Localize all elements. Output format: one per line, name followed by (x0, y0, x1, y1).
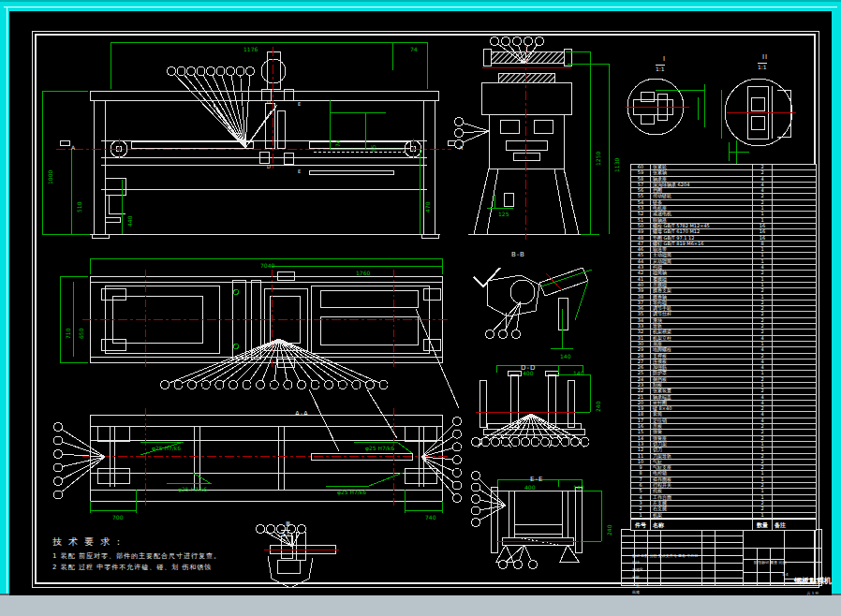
parts-table-cell: 侧挡板 (651, 377, 753, 382)
label-detail-3-scale: 1:1 (281, 530, 290, 537)
parts-table-cell: 2 (753, 165, 773, 169)
balloon-callout (311, 381, 319, 389)
balloon-callout (236, 67, 244, 76)
parts-table-cell: 15 (631, 430, 651, 434)
titleblock-sign-design: 设计 (632, 561, 640, 565)
parts-table-cell: 35 (631, 312, 651, 316)
balloon-callout (571, 438, 580, 447)
parts-table-cell: 4 (753, 412, 773, 417)
parts-table-cell (773, 418, 816, 423)
parts-table-cell (773, 295, 816, 300)
parts-table-cell (773, 489, 816, 493)
dim-front-h2: 510 (77, 202, 82, 213)
parts-table-cell (773, 477, 816, 482)
parts-table-cell (773, 165, 816, 169)
parts-table-cell (773, 460, 816, 464)
parts-table-cell: 气缸支座 (651, 465, 753, 470)
cad-window: { "tech_requirements": { "title": "技 术 要… (0, 0, 841, 616)
balloon-callout (453, 468, 462, 477)
dim-front-width: 1176 (243, 47, 258, 52)
parts-table-cell: 2 (753, 465, 773, 470)
parts-table-cell (773, 188, 816, 193)
balloon-callout (472, 472, 480, 480)
dim-ee-w2: 140 (573, 485, 583, 491)
parts-table-cell: 套筒 (651, 412, 753, 417)
balloon-callout (453, 430, 462, 438)
balloon-callout (229, 381, 238, 389)
parts-table-cell: 26 (631, 365, 651, 370)
parts-table-cell: 2 (753, 330, 773, 334)
parts-table-cell: 2 (753, 424, 773, 429)
parts-table-cell: 37 (631, 301, 651, 305)
parts-table-cell (773, 495, 816, 500)
parts-table-cell (773, 306, 816, 311)
parts-table-cell (773, 301, 816, 305)
parts-table: 60张紧轮259张紧轴258轴承座457深沟球轴承 6204456挡圈455传动… (630, 164, 817, 531)
balloon-callout (472, 506, 480, 515)
parts-table-cell: 17 (631, 418, 651, 423)
parts-table-cell (773, 206, 816, 211)
parts-table-cell: 9 (631, 465, 651, 470)
balloon-callout (529, 561, 538, 569)
parts-table-cell: 18 (631, 412, 651, 417)
balloon-callout (492, 438, 500, 447)
dim-aa-fit2: φ25 H7/k6 (178, 487, 207, 492)
parts-table-cell: 4 (753, 418, 773, 423)
parts-table-cell: 14 (631, 436, 651, 441)
parts-table-cell: 2 (753, 354, 773, 359)
window-bottom-bar (0, 594, 841, 616)
parts-table-cell: 2 (753, 454, 773, 459)
parts-table-cell (773, 430, 816, 434)
parts-table-cell (773, 212, 816, 216)
parts-table-cell: 60 (631, 165, 651, 169)
balloon-callout (207, 67, 215, 76)
parts-table-cell: 气缸 (651, 460, 753, 464)
parts-table-cell (773, 194, 816, 198)
parts-table-cell: 操作面板 (651, 477, 753, 482)
balloon-callout (298, 525, 306, 534)
dim-front-offset: 74 (410, 47, 418, 52)
parts-table-cell: 8 (753, 242, 773, 246)
parts-table-cell: 33 (631, 324, 651, 329)
parts-table-cell: 4 (753, 177, 773, 182)
parts-table-cell: 传动链轮 (651, 194, 753, 198)
dim-plan-h2: 650 (79, 329, 84, 339)
dim-front-m2: 65 (371, 144, 376, 152)
balloon-callout (197, 67, 205, 76)
parts-table-cell: 16 (753, 236, 773, 241)
parts-table-cell: 28 (631, 354, 651, 359)
balloon-callout (453, 456, 462, 464)
parts-table-cell: 挡圈 (651, 188, 753, 193)
parts-table-cell (773, 265, 816, 270)
parts-table-cell: 50 (631, 224, 651, 228)
balloon-callout (215, 381, 224, 389)
balloon-callout (161, 381, 170, 389)
parts-table-cell: 39 (631, 288, 651, 293)
parts-table-cell: 1 (753, 342, 773, 346)
balloon-callout (338, 381, 347, 389)
balloon-callout (455, 129, 464, 138)
balloon-callout (227, 67, 235, 76)
parts-table-cell: 工作台面 (651, 495, 753, 500)
parts-table-cell: 2 (753, 194, 773, 198)
balloon-callout (531, 438, 539, 447)
parts-table-cell: 加强筋 (651, 365, 753, 370)
parts-table-cell: 深沟球轴承 6204 (651, 183, 753, 187)
parts-table-cell: 2 (753, 506, 773, 511)
label-detail-1: I (663, 56, 666, 63)
balloon-callout (536, 37, 544, 46)
dim-corner-a1: 140 (560, 354, 570, 359)
parts-table-cell: 导轨 (651, 324, 753, 329)
titleblock-sign-check: 审核 (632, 576, 640, 579)
label-detail-e2: E (298, 169, 301, 174)
parts-table-header-cell: 名称 (651, 520, 753, 530)
balloon-callout (216, 67, 225, 76)
drawing-canvas: 1176 74 1000 510 440 470 74 65 7040 1760… (9, 11, 832, 595)
dim-front-h4: 470 (425, 202, 431, 213)
balloon-callout (513, 37, 522, 46)
parts-table-cell: 21 (631, 395, 651, 400)
parts-table-cell (773, 401, 816, 405)
label-cut-a-left: A (71, 145, 75, 151)
parts-table-cell: 2 (753, 306, 773, 311)
parts-table-cell: 1 (753, 206, 773, 211)
